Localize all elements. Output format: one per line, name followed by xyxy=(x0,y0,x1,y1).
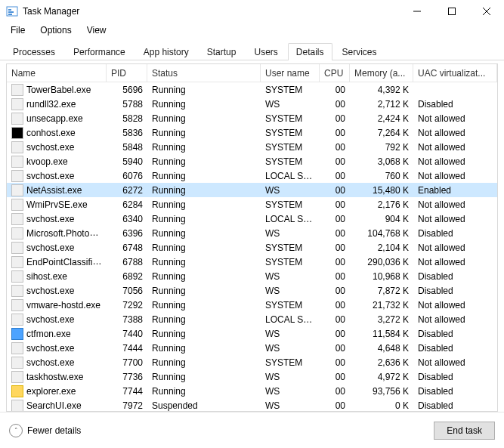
maximize-button[interactable] xyxy=(434,0,469,23)
cell-status: Running xyxy=(147,372,261,382)
table-row[interactable]: WmiPrvSE.exe6284RunningSYSTEM002,176 KNo… xyxy=(7,197,497,212)
minimize-button[interactable] xyxy=(400,0,434,23)
table-row[interactable]: taskhostw.exe7736RunningWS004,972 KDisab… xyxy=(7,369,497,384)
table-row[interactable]: EndPointClassifier.exe6788RunningSYSTEM0… xyxy=(7,255,497,269)
table-row[interactable]: svchost.exe7444RunningWS004,648 KDisable… xyxy=(7,341,497,355)
tab-processes[interactable]: Processes xyxy=(5,43,63,60)
table-row[interactable]: kvoop.exe5940RunningSYSTEM003,068 KNot a… xyxy=(7,154,497,168)
cell-user: SYSTEM xyxy=(261,142,320,153)
cell-status: Running xyxy=(147,113,261,124)
close-button[interactable] xyxy=(469,0,504,23)
cell-status: Running xyxy=(147,314,261,325)
cell-name: TowerBabel.exe xyxy=(7,84,107,96)
table-row[interactable]: svchost.exe6076RunningLOCAL SE...00760 K… xyxy=(7,168,497,183)
cell-cpu: 00 xyxy=(320,185,350,196)
cell-cpu: 00 xyxy=(320,329,350,339)
tab-services[interactable]: Services xyxy=(334,43,385,60)
tab-users[interactable]: Users xyxy=(246,43,286,60)
cell-cpu: 00 xyxy=(320,156,350,167)
menu-options[interactable]: Options xyxy=(34,23,77,37)
cell-uac: Disabled xyxy=(413,400,497,411)
cell-user: WS xyxy=(261,185,320,196)
tab-startup[interactable]: Startup xyxy=(199,43,245,60)
end-task-button[interactable]: End task xyxy=(434,422,495,440)
cell-uac: Not allowed xyxy=(413,171,497,181)
cell-user: SYSTEM xyxy=(261,199,320,210)
table-row[interactable]: svchost.exe5848RunningSYSTEM00792 KNot a… xyxy=(7,140,497,154)
cell-user: WS xyxy=(261,372,320,382)
table-body[interactable]: TowerBabel.exe5696RunningSYSTEM004,392 K… xyxy=(7,82,497,411)
table-row[interactable]: TowerBabel.exe5696RunningSYSTEM004,392 K xyxy=(7,82,497,97)
col-pid[interactable]: PID xyxy=(107,64,147,82)
cell-cpu: 00 xyxy=(320,271,350,282)
table-row[interactable]: NetAssist.exe6272RunningWS0015,480 KEnab… xyxy=(7,183,497,197)
table-row[interactable]: svchost.exe7388RunningLOCAL SE...003,272… xyxy=(7,312,497,326)
table-row[interactable]: svchost.exe7700RunningSYSTEM002,636 KNot… xyxy=(7,355,497,369)
tab-app-history[interactable]: App history xyxy=(135,43,197,60)
cell-status: Running xyxy=(147,128,261,138)
cell-pid: 6272 xyxy=(107,185,147,196)
window-title: Task Manager xyxy=(23,6,79,17)
cell-uac: Disabled xyxy=(413,228,497,239)
table-row[interactable]: conhost.exe5836RunningSYSTEM007,264 KNot… xyxy=(7,125,497,140)
cell-pid: 6396 xyxy=(107,228,147,239)
table-row[interactable]: svchost.exe6748RunningSYSTEM002,104 KNot… xyxy=(7,240,497,255)
cell-uac: Not allowed xyxy=(413,243,497,253)
table-row[interactable]: unsecapp.exe5828RunningSYSTEM002,424 KNo… xyxy=(7,111,497,125)
cell-name: conhost.exe xyxy=(7,127,107,139)
process-icon xyxy=(11,184,23,196)
col-user[interactable]: User name xyxy=(261,64,320,82)
process-name: unsecapp.exe xyxy=(26,113,83,124)
col-memory[interactable]: Memory (a... xyxy=(350,64,413,82)
cell-cpu: 00 xyxy=(320,300,350,311)
table-row[interactable]: explorer.exe7744RunningWS0093,756 KDisab… xyxy=(7,384,497,398)
menu-file[interactable]: File xyxy=(5,23,31,37)
menu-bar: File Options View xyxy=(0,23,504,38)
cell-cpu: 00 xyxy=(320,99,350,110)
col-uac[interactable]: UAC virtualizat... xyxy=(413,64,497,82)
cell-name: svchost.exe xyxy=(7,170,107,182)
cell-uac: Not allowed xyxy=(413,199,497,210)
cell-uac: Disabled xyxy=(413,386,497,397)
table-row[interactable]: sihost.exe6892RunningWS0010,968 KDisable… xyxy=(7,269,497,283)
menu-view[interactable]: View xyxy=(81,23,113,37)
tab-details[interactable]: Details xyxy=(288,43,332,60)
fewer-details-label: Fewer details xyxy=(27,425,81,436)
process-name: svchost.exe xyxy=(26,142,74,153)
cell-mem: 11,584 K xyxy=(350,329,413,339)
cell-mem: 792 K xyxy=(350,142,413,153)
table-row[interactable]: SearchUI.exe7972SuspendedWS000 KDisabled xyxy=(7,398,497,411)
cell-name: svchost.exe xyxy=(7,314,107,326)
table-row[interactable]: rundll32.exe5788RunningWS002,712 KDisabl… xyxy=(7,97,497,111)
cell-mem: 290,036 K xyxy=(350,257,413,267)
cell-status: Running xyxy=(147,142,261,153)
cell-mem: 104,768 K xyxy=(350,228,413,239)
cell-name: svchost.exe xyxy=(7,285,107,297)
table-row[interactable]: ctfmon.exe7440RunningWS0011,584 KDisable… xyxy=(7,326,497,341)
table-row[interactable]: svchost.exe6340RunningLOCAL SE...00904 K… xyxy=(7,212,497,226)
cell-name: sihost.exe xyxy=(7,270,107,283)
fewer-details-button[interactable]: ˄ Fewer details xyxy=(9,424,81,437)
cell-cpu: 00 xyxy=(320,199,350,210)
cell-status: Running xyxy=(147,199,261,210)
cell-cpu: 00 xyxy=(320,257,350,267)
col-cpu[interactable]: CPU xyxy=(320,64,350,82)
cell-user: WS xyxy=(261,228,320,239)
cell-mem: 10,968 K xyxy=(350,271,413,282)
cell-mem: 3,272 K xyxy=(350,314,413,325)
col-status[interactable]: Status xyxy=(147,64,261,82)
cell-user: WS xyxy=(261,286,320,296)
cell-status: Running xyxy=(147,343,261,354)
cell-cpu: 00 xyxy=(320,357,350,368)
tab-performance[interactable]: Performance xyxy=(65,43,134,60)
table-row[interactable]: Microsoft.Photos.exe6396RunningWS00104,7… xyxy=(7,226,497,240)
col-name[interactable]: Name xyxy=(7,64,107,82)
cell-user: WS xyxy=(261,386,320,397)
table-row[interactable]: svchost.exe7056RunningWS007,872 KDisable… xyxy=(7,283,497,298)
cell-uac: Not allowed xyxy=(413,314,497,325)
cell-cpu: 00 xyxy=(320,214,350,224)
table-row[interactable]: vmware-hostd.exe7292RunningSYSTEM0021,73… xyxy=(7,298,497,312)
cell-user: SYSTEM xyxy=(261,357,320,368)
process-name: rundll32.exe xyxy=(26,99,76,110)
cell-user: SYSTEM xyxy=(261,300,320,311)
